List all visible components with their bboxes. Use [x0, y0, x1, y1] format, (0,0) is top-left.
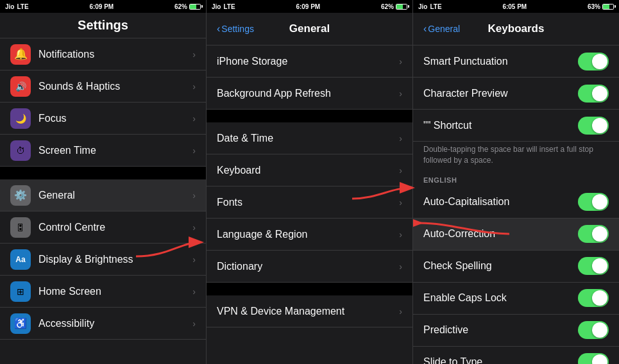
smart-punctuation-toggle[interactable]: [578, 53, 609, 70]
battery-fill-1: [190, 4, 196, 9]
time-1: 6:09 PM: [89, 3, 114, 10]
panel1: Jio LTE 6:09 PM 62% Settings 🔔 Notificat…: [0, 0, 207, 364]
settings-item-homescreen[interactable]: ⊞ Home Screen ›: [0, 276, 206, 308]
back-label-3: General: [428, 24, 460, 34]
general-item-keyboard[interactable]: Keyboard ›: [207, 154, 412, 186]
chevron-notifications: ›: [192, 49, 196, 60]
back-chevron-3: ‹: [423, 23, 427, 35]
chevron-focus: ›: [192, 113, 196, 124]
predictive-toggle[interactable]: [578, 321, 609, 339]
auto-correction-toggle[interactable]: [578, 225, 609, 243]
settings-item-general[interactable]: ⚙️ General ›: [0, 179, 206, 211]
settings-item-display[interactable]: Aa Display & Brightness ›: [0, 244, 206, 276]
general-item-language[interactable]: Language & Region ›: [207, 219, 412, 251]
character-preview-label: Character Preview: [423, 81, 578, 106]
chevron-display: ›: [192, 254, 196, 265]
toggle-check-spelling[interactable]: Check Spelling: [413, 251, 619, 283]
separator-2b: [207, 283, 412, 295]
chevron-keyboard: ›: [399, 165, 402, 176]
display-label: Display & Brightness: [38, 254, 192, 265]
panel2: Jio LTE 6:09 PM 62% ‹ Settings General: [207, 0, 413, 364]
toggle-predictive[interactable]: Predictive: [413, 315, 619, 347]
notifications-label: Notifications: [38, 49, 192, 60]
settings-item-notifications[interactable]: 🔔 Notifications ›: [0, 38, 206, 70]
screentime-icon: ⏱: [10, 140, 31, 161]
controlcentre-icon: 🎛: [10, 217, 31, 238]
general-item-date-time[interactable]: Date & Time ›: [207, 122, 412, 154]
panel1-list: 🔔 Notifications › 🔊 Sounds & Haptics › 🌙…: [0, 38, 206, 364]
panel3-content: Jio LTE 6:05 PM 63% ‹ General Keyboards: [413, 0, 619, 364]
accessibility-label: Accessibility: [38, 318, 192, 329]
shortcut-toggle[interactable]: [578, 117, 609, 135]
general-icon: ⚙️: [10, 185, 31, 206]
homescreen-icon: ⊞: [10, 281, 31, 302]
display-icon: Aa: [10, 249, 31, 270]
settings-item-accessibility[interactable]: ♿ Accessibility ›: [0, 308, 206, 340]
carrier-label-3: Jio: [418, 3, 427, 10]
battery-icon-3: [602, 4, 614, 10]
predictive-label: Predictive: [423, 318, 578, 342]
panel2-list: iPhone Storage › Background App Refresh …: [207, 46, 412, 364]
chevron-fonts: ›: [399, 197, 402, 208]
panel2-header: ‹ Settings General: [207, 13, 412, 46]
time-3: 6:05 PM: [502, 3, 527, 10]
general-item-dictionary[interactable]: Dictionary ›: [207, 251, 412, 283]
settings-item-focus[interactable]: 🌙 Focus ›: [0, 103, 206, 135]
toggle-auto-capitalisation[interactable]: Auto-Capitalisation: [413, 186, 619, 219]
auto-capitalisation-toggle[interactable]: [578, 193, 609, 211]
smart-punctuation-label: Smart Punctuation: [423, 49, 578, 74]
settings-item-controlcentre[interactable]: 🎛 Control Centre ›: [0, 211, 206, 244]
chevron-background-refresh: ›: [399, 88, 402, 99]
toggle-character-preview[interactable]: Character Preview: [413, 78, 619, 110]
auto-capitalisation-label: Auto-Capitalisation: [423, 190, 578, 214]
battery-area-3: 63%: [588, 3, 614, 10]
battery-pct-2: 62%: [381, 3, 394, 10]
panel2-title: General: [289, 22, 330, 35]
general-item-background-refresh[interactable]: Background App Refresh ›: [207, 78, 412, 110]
settings-item-screentime[interactable]: ⏱ Screen Time ›: [0, 135, 206, 167]
auto-correction-label: Auto-Correction: [423, 222, 578, 246]
battery-area-2: 62%: [381, 3, 407, 10]
toggle-auto-correction[interactable]: Auto-Correction: [413, 219, 619, 251]
toggle-slide-to-type[interactable]: Slide to Type: [413, 347, 619, 364]
general-item-iphone-storage[interactable]: iPhone Storage ›: [207, 46, 412, 78]
carrier-label-2: Jio: [212, 3, 221, 10]
panel3-header: ‹ General Keyboards: [413, 13, 619, 46]
enable-caps-lock-toggle[interactable]: [578, 289, 609, 307]
date-time-label: Date & Time: [217, 133, 399, 144]
carrier-1: Jio LTE: [5, 3, 29, 10]
back-button-2[interactable]: ‹ Settings: [217, 23, 254, 35]
back-button-3[interactable]: ‹ General: [423, 23, 460, 35]
toggle-smart-punctuation[interactable]: Smart Punctuation: [413, 46, 619, 78]
check-spelling-toggle[interactable]: [578, 257, 609, 275]
status-bar-1: Jio LTE 6:09 PM 62%: [0, 0, 206, 13]
check-spelling-label: Check Spelling: [423, 254, 578, 278]
character-preview-toggle[interactable]: [578, 85, 609, 103]
panel1-content: Jio LTE 6:09 PM 62% Settings 🔔 Notificat…: [0, 0, 207, 364]
panel3-list: Smart Punctuation Character Preview "" S…: [413, 46, 619, 364]
chevron-screentime: ›: [192, 145, 196, 156]
toggle-shortcut[interactable]: "" Shortcut: [413, 110, 619, 142]
settings-item-sounds[interactable]: 🔊 Sounds & Haptics ›: [0, 70, 206, 103]
chevron-general: ›: [192, 190, 196, 201]
background-refresh-label: Background App Refresh: [217, 88, 399, 99]
focus-label: Focus: [38, 113, 192, 124]
status-bar-2: Jio LTE 6:09 PM 62%: [207, 0, 412, 13]
dictionary-label: Dictionary: [217, 261, 399, 272]
accessibility-icon: ♿: [10, 313, 31, 334]
general-item-fonts[interactable]: Fonts ›: [207, 186, 412, 219]
network-2: LTE: [223, 3, 235, 10]
panel3-title: Keyboards: [488, 22, 545, 35]
status-bar-3: Jio LTE 6:05 PM 63%: [413, 0, 619, 13]
focus-icon: 🌙: [10, 108, 31, 129]
time-2: 6:09 PM: [296, 3, 320, 10]
panel2-content: Jio LTE 6:09 PM 62% ‹ Settings General: [207, 0, 413, 364]
controlcentre-label: Control Centre: [38, 222, 192, 233]
battery-pct-1: 62%: [174, 3, 187, 10]
sounds-icon: 🔊: [10, 76, 31, 97]
general-item-vpn[interactable]: VPN & Device Management ›: [207, 295, 412, 327]
shortcut-label: "" Shortcut: [423, 113, 578, 138]
panel1-title: Settings: [10, 18, 196, 33]
toggle-enable-caps-lock[interactable]: Enable Caps Lock: [413, 283, 619, 315]
slide-to-type-toggle[interactable]: [578, 353, 609, 364]
